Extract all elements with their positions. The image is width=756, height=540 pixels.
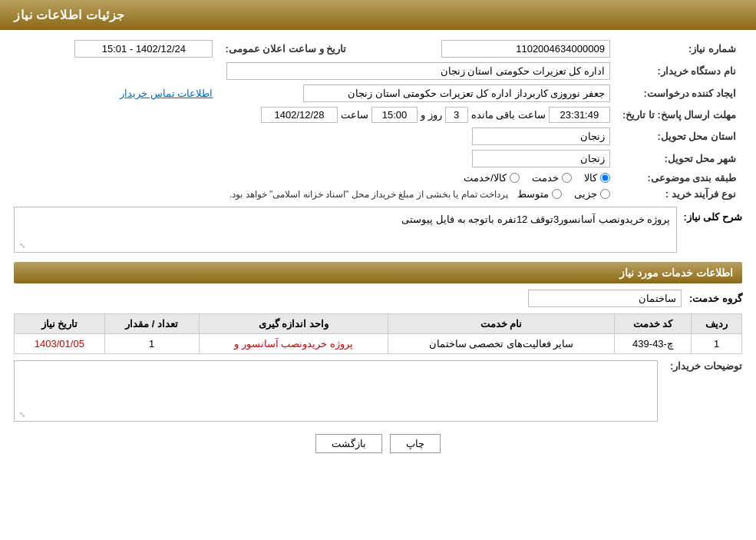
purchase-type-row: نوع فرآیند خرید : جزیی متوسط (14, 186, 742, 202)
buyer-notes-area: ⤡ (14, 360, 658, 422)
category-khedmat[interactable]: خدمت (532, 172, 572, 184)
city-row: شهر محل تحویل: زنجان (14, 147, 742, 170)
need-description-label: شرح کلی نیاز: (683, 207, 742, 223)
buyer-notes-label: توضیحات خریدار: (664, 360, 742, 372)
col-service-name: نام خدمت (388, 314, 614, 334)
need-number-label: شماره نیاز: (616, 38, 742, 60)
purchase-type-jozi-label: جزیی (574, 188, 597, 200)
buyer-notes-resize-handle: ⤡ (16, 410, 25, 419)
buyer-notes-section: توضیحات خریدار: ⤡ (14, 360, 742, 422)
org-label: نام دستگاه خریدار: (616, 60, 742, 82)
cell-service-code: چ-43-439 (614, 334, 691, 354)
table-header-row: ردیف کد خدمت نام خدمت واحد اندازه گیری ت… (15, 314, 742, 334)
announcement-value: 1402/12/24 - 15:01 (14, 38, 219, 60)
need-description-section: شرح کلی نیاز: پروژه خریدونصب آسانسور3توق… (14, 207, 742, 253)
purchase-type-jozi[interactable]: جزیی (574, 188, 610, 200)
deadline-remaining-label: ساعت باقی مانده (471, 109, 546, 121)
creator-row: ایجاد کننده درخواست: جعفر نوروزی کاربردا… (14, 82, 742, 104)
contact-link[interactable]: اطلاعات تماس خریدار (120, 88, 213, 99)
col-count: تعداد / مقدار (104, 314, 199, 334)
page-header: جزئیات اطلاعات نیاز (0, 0, 756, 30)
announcement-input: 1402/12/24 - 15:01 (74, 40, 213, 58)
province-input: زنجان (472, 128, 610, 145)
need-description-text: پروژه خریدونصب آسانسور3توقف 12نفره باتوج… (401, 214, 670, 225)
col-service-code: کد خدمت (614, 314, 691, 334)
category-kala-khedmat-label: کالا/خدمت (464, 172, 507, 184)
purchase-type-motavasset-label: متوسط (517, 188, 549, 200)
col-unit: واحد اندازه گیری (199, 314, 388, 334)
category-khedmat-radio[interactable] (562, 173, 572, 183)
creator-label: ایجاد کننده درخواست: (616, 82, 742, 104)
purchase-type-value: جزیی متوسط پرداخت تمام یا بخشی از مبلغ خ… (14, 186, 616, 202)
city-label: شهر محل تحویل: (616, 147, 742, 170)
category-kala-label: کالا (584, 172, 597, 184)
category-khedmat-label: خدمت (532, 172, 559, 184)
purchase-type-jozi-radio[interactable] (600, 189, 610, 199)
page-wrapper: جزئیات اطلاعات نیاز شماره نیاز: 11020046… (0, 0, 756, 540)
category-kala-khedmat-radio[interactable] (510, 173, 520, 183)
buttons-row: چاپ بازگشت (14, 434, 742, 453)
purchase-type-motavasset-radio[interactable] (552, 189, 562, 199)
main-info-table: شماره نیاز: 1102004634000009 تاریخ و ساع… (14, 38, 742, 202)
need-description-box: پروژه خریدونصب آسانسور3توقف 12نفره باتوج… (14, 207, 677, 253)
cell-row-num: 1 (692, 334, 742, 354)
province-value: زنجان (14, 125, 616, 147)
cell-unit: پروژه خریدونصب آسانسور و (199, 334, 388, 354)
deadline-label: مهلت ارسال پاسخ: تا تاریخ: (616, 104, 742, 125)
creator-input: جعفر نوروزی کاربرداز اداره کل تعزیرات حک… (303, 84, 610, 102)
back-button[interactable]: بازگشت (315, 434, 382, 453)
deadline-date: 1402/12/28 (261, 107, 338, 123)
deadline-row: مهلت ارسال پاسخ: تا تاریخ: 23:31:49 ساعت… (14, 104, 742, 125)
print-button[interactable]: چاپ (390, 434, 441, 453)
category-row: طبقه بندی موضوعی: کالا خدمت (14, 170, 742, 186)
province-row: استان محل تحویل: زنجان (14, 125, 742, 147)
cell-count: 1 (104, 334, 199, 354)
purchase-type-label: نوع فرآیند خرید : (616, 186, 742, 202)
page-title: جزئیات اطلاعات نیاز (14, 8, 125, 22)
province-label: استان محل تحویل: (616, 125, 742, 147)
content-area: شماره نیاز: 1102004634000009 تاریخ و ساع… (0, 30, 756, 461)
table-row: 1 چ-43-439 سایر فعالیت‌های تخصصی ساختمان… (15, 334, 742, 354)
col-date: تاریخ نیاز (15, 314, 105, 334)
services-section-title: اطلاعات خدمات مورد نیاز (14, 262, 742, 283)
need-number-value: 1102004634000009 (369, 38, 616, 60)
category-label: طبقه بندی موضوعی: (616, 170, 742, 186)
category-kala[interactable]: کالا (584, 172, 610, 184)
city-value: زنجان (14, 147, 616, 170)
col-row-num: ردیف (692, 314, 742, 334)
contact-link-cell: اطلاعات تماس خریدار (14, 82, 219, 104)
deadline-remaining: 23:31:49 (549, 107, 610, 123)
deadline-days: 3 (445, 107, 468, 123)
cell-service-name: سایر فعالیت‌های تخصصی ساختمان (388, 334, 614, 354)
deadline-days-label: روز و (421, 109, 442, 121)
purchase-type-note: پرداخت تمام یا بخشی از مبلغ خریداز محل "… (229, 189, 508, 200)
org-input: اداره کل تعزیرات حکومتی استان زنجان (226, 62, 610, 80)
service-group-label: گروه خدمت: (689, 293, 742, 304)
deadline-time: 15:00 (371, 107, 418, 123)
deadline-value: 23:31:49 ساعت باقی مانده 3 روز و 15:00 س… (14, 104, 616, 125)
city-input: زنجان (472, 150, 610, 167)
announcement-label: تاریخ و ساعت اعلان عمومی: (219, 38, 352, 60)
category-kala-radio[interactable] (600, 173, 610, 183)
deadline-time-label: ساعت (341, 109, 368, 121)
purchase-type-motavasset[interactable]: متوسط (517, 188, 562, 200)
resize-handle: ⤡ (16, 241, 25, 250)
service-group-input: ساختمان (528, 290, 682, 307)
service-group-row: گروه خدمت: ساختمان (14, 290, 742, 307)
org-row: نام دستگاه خریدار: اداره کل تعزیرات حکوم… (14, 60, 742, 82)
cell-date: 1403/01/05 (15, 334, 105, 354)
category-kala-khedmat[interactable]: کالا/خدمت (464, 172, 520, 184)
org-value: اداره کل تعزیرات حکومتی استان زنجان (14, 60, 616, 82)
services-table: ردیف کد خدمت نام خدمت واحد اندازه گیری ت… (14, 313, 742, 354)
need-number-input: 1102004634000009 (441, 40, 610, 58)
category-value: کالا خدمت کالا/خدمت (14, 170, 616, 186)
need-number-row: شماره نیاز: 1102004634000009 تاریخ و ساع… (14, 38, 742, 60)
creator-value: جعفر نوروزی کاربرداز اداره کل تعزیرات حک… (219, 82, 616, 104)
